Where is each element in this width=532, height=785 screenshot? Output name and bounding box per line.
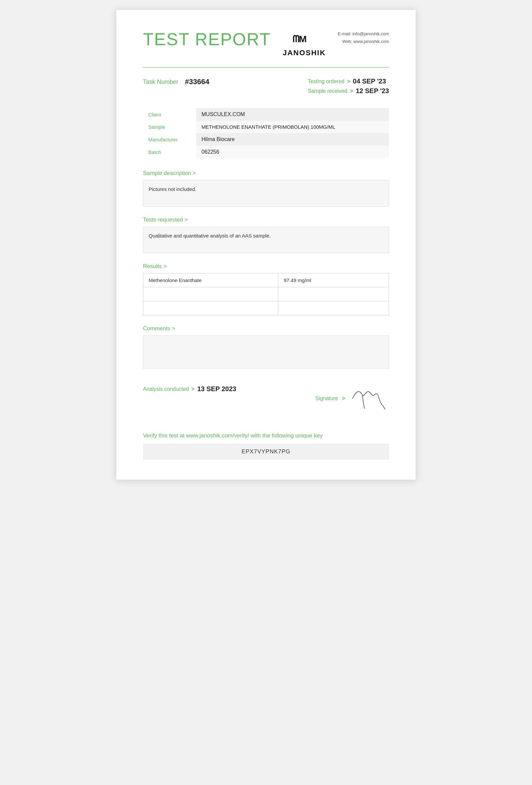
header-divider [143, 67, 389, 68]
testing-ordered-arrow: > [347, 78, 350, 84]
client-label: Client [143, 108, 196, 121]
comments-header: Comments > [143, 325, 389, 332]
analysis-arrow: > [191, 386, 194, 392]
info-table: Client MUSCULEX.COM Sample METHENOLONE E… [143, 108, 389, 158]
sample-received-label: Sample received [308, 88, 347, 94]
manufacturer-row: Manufacturer Hilma Biocare [143, 133, 389, 146]
verify-key: EPX7VYPNK7PG [143, 444, 389, 460]
sample-label: Sample [143, 121, 196, 133]
task-number-value: #33664 [185, 77, 209, 86]
manufacturer-label: Manufacturer [143, 133, 196, 146]
result-value-3 [278, 301, 389, 315]
header-contact: E-mail: info@janoshik.com Web: www.janos… [338, 30, 389, 46]
report-page: TEST REPORT ᗰM JANOSHIK E-mail: info@jan… [116, 10, 416, 480]
logo-icon: ᗰM [293, 32, 316, 49]
sample-row: Sample METHENOLONE ENANTHATE (PRIMOBOLAN… [143, 121, 389, 133]
batch-label: Batch [143, 146, 196, 158]
svg-text:ᗰM: ᗰM [293, 34, 306, 44]
sample-received-arrow: > [350, 88, 353, 94]
comments-content [143, 335, 389, 369]
sample-description-header: Sample description > [143, 170, 389, 177]
tests-requested-content: Qualitative and quantitative analysis of… [143, 227, 389, 253]
sample-description-content: Pictures not included. [143, 180, 389, 207]
result-row-1: Methenolone Enanthate 97.49 mg/ml [143, 273, 389, 287]
result-substance-3 [143, 301, 278, 315]
result-value-1: 97.49 mg/ml [278, 273, 389, 287]
sample-received-row: Sample received > 12 SEP '23 [308, 87, 389, 95]
batch-row: Batch 062256 [143, 146, 389, 158]
report-title: TEST REPORT [143, 30, 271, 49]
verify-section: Verify this test at www.janoshik.com/ver… [143, 432, 389, 460]
signature-area: Signature > [315, 385, 389, 412]
client-row: Client MUSCULEX.COM [143, 108, 389, 121]
contact-web: Web: www.janoshik.com [338, 37, 389, 45]
result-substance-2 [143, 287, 278, 301]
contact-email: E-mail: info@janoshik.com [338, 30, 389, 37]
task-left: Task Number #33664 [143, 77, 209, 86]
analysis-left: Analysis conducted > 13 SEP 2023 [143, 385, 236, 393]
task-number-label: Task Number [143, 78, 178, 85]
logo-area: ᗰM JANOSHIK [283, 32, 326, 57]
tests-requested-header: Tests requested > [143, 217, 389, 223]
testing-ordered-date: 04 SEP '23 [353, 77, 386, 85]
task-right: Testing ordered > 04 SEP '23 Sample rece… [308, 77, 389, 95]
verify-text: Verify this test at www.janoshik.com/ver… [143, 432, 389, 440]
sample-received-date: 12 SEP '23 [356, 87, 389, 95]
result-row-3 [143, 301, 389, 315]
results-header: Results > [143, 263, 389, 270]
analysis-date: 13 SEP 2023 [197, 385, 236, 393]
testing-ordered-row: Testing ordered > 04 SEP '23 [308, 77, 389, 85]
result-row-2 [143, 287, 389, 301]
testing-ordered-label: Testing ordered [308, 78, 344, 84]
sample-value: METHENOLONE ENANTHATE (PRIMOBOLAN) 100MG… [196, 121, 389, 133]
batch-value: 062256 [196, 146, 389, 158]
header: TEST REPORT ᗰM JANOSHIK E-mail: info@jan… [143, 30, 389, 57]
client-value: MUSCULEX.COM [196, 108, 389, 121]
signature-arrow-icon: > [342, 396, 345, 402]
result-value-2 [278, 287, 389, 301]
janoshik-logo-svg: ᗰM [293, 32, 316, 47]
logo-text: JANOSHIK [283, 49, 326, 57]
task-section: Task Number #33664 Testing ordered > 04 … [143, 77, 389, 95]
signature-image [349, 385, 389, 412]
signature-label: Signature [315, 396, 338, 402]
footer-analysis: Analysis conducted > 13 SEP 2023 Signatu… [143, 385, 389, 412]
analysis-label: Analysis conducted [143, 386, 189, 392]
results-table: Methenolone Enanthate 97.49 mg/ml [143, 273, 389, 315]
manufacturer-value: Hilma Biocare [196, 133, 389, 146]
result-substance-1: Methenolone Enanthate [143, 273, 278, 287]
